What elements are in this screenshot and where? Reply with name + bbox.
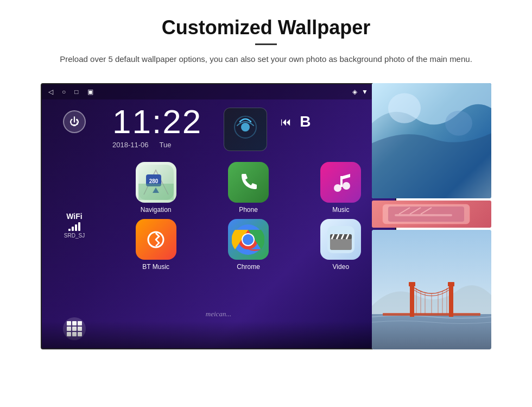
wallpaper-previews bbox=[372, 83, 491, 349]
wifi-widget-icon bbox=[232, 114, 259, 146]
svg-rect-37 bbox=[448, 282, 454, 286]
location-icon: ◈ bbox=[352, 88, 357, 96]
clock-area: 11:22 2018-11-06 Tue bbox=[107, 105, 390, 151]
page-wrapper: Customized Wallpaper Preload over 5 defa… bbox=[0, 0, 532, 407]
bottom-overlay bbox=[42, 321, 396, 348]
svg-rect-35 bbox=[449, 284, 453, 317]
wallpaper-preview-glacier bbox=[372, 83, 491, 198]
title-section: Customized Wallpaper Preload over 5 defa… bbox=[60, 16, 472, 78]
bt-music-app-icon bbox=[136, 219, 176, 260]
music-app-label: Music bbox=[332, 206, 349, 214]
clock-day-value: Tue bbox=[160, 141, 172, 149]
watermark: meican... bbox=[206, 310, 231, 318]
svg-point-7 bbox=[334, 184, 341, 192]
svg-rect-33 bbox=[372, 314, 491, 349]
power-icon: ⏻ bbox=[69, 116, 79, 128]
home-icon: ○ bbox=[62, 88, 66, 96]
media-controls: ⏮ B bbox=[281, 113, 311, 130]
app-item-navigation[interactable]: 280 Navigation bbox=[112, 162, 199, 214]
clock-date: 2018-11-06 Tue bbox=[112, 141, 202, 149]
clock-block: 11:22 2018-11-06 Tue bbox=[112, 105, 202, 149]
wifi-widget bbox=[224, 108, 267, 151]
app-item-video[interactable]: Video bbox=[297, 219, 384, 271]
svg-text:280: 280 bbox=[149, 178, 158, 184]
svg-rect-6 bbox=[138, 184, 174, 200]
power-button[interactable]: ⏻ bbox=[63, 110, 86, 133]
video-app-icon bbox=[320, 219, 361, 260]
navigation-app-label: Navigation bbox=[141, 206, 172, 214]
svg-rect-36 bbox=[409, 282, 415, 286]
android-screen: ◁ ○ □ ▣ ◈ ▼ 11:22 ⏻ bbox=[41, 83, 396, 349]
back-icon: ◁ bbox=[48, 88, 53, 96]
wifi-bar-4 bbox=[78, 222, 80, 231]
wifi-label: WiFi bbox=[64, 212, 85, 221]
screenshot-icon: ▣ bbox=[87, 88, 93, 96]
bridge-scene bbox=[372, 230, 491, 349]
page-title: Customized Wallpaper bbox=[60, 16, 472, 39]
status-left: ◁ ○ □ ▣ bbox=[48, 88, 93, 96]
clock-date-value: 2018-11-06 bbox=[112, 141, 149, 149]
app-item-phone[interactable]: Phone bbox=[205, 162, 292, 214]
svg-point-15 bbox=[243, 234, 254, 245]
page-subtitle: Preload over 5 default wallpaper options… bbox=[60, 53, 472, 66]
svg-point-25 bbox=[445, 111, 472, 136]
svg-point-8 bbox=[343, 182, 350, 190]
svg-rect-45 bbox=[383, 313, 480, 316]
media-area: ⏮ B bbox=[281, 110, 311, 130]
wifi-ssid: SRD_SJ bbox=[64, 233, 85, 239]
svg-rect-34 bbox=[410, 284, 414, 317]
music-app-icon bbox=[320, 162, 361, 203]
widget-area bbox=[224, 108, 267, 151]
svg-point-1 bbox=[241, 123, 250, 132]
prev-track-icon[interactable]: ⏮ bbox=[281, 116, 292, 128]
app-grid: 280 Navigation bbox=[107, 162, 390, 271]
video-app-label: Video bbox=[333, 263, 349, 271]
wifi-bar-3 bbox=[75, 224, 77, 231]
wallpaper-preview-bridge bbox=[372, 230, 491, 349]
wifi-bar-2 bbox=[72, 227, 74, 231]
wifi-status-icon: ▼ bbox=[362, 88, 368, 96]
navigation-app-icon: 280 bbox=[136, 162, 176, 203]
app-item-bt-music[interactable]: BT Music bbox=[112, 219, 199, 271]
svg-rect-31 bbox=[395, 214, 452, 216]
phone-app-label: Phone bbox=[239, 206, 258, 214]
chrome-app-icon bbox=[228, 219, 269, 260]
app-item-chrome[interactable]: Chrome bbox=[205, 219, 292, 271]
bluetooth-letter: B bbox=[300, 113, 311, 130]
left-sidebar: ⏻ WiFi SRD_SJ bbox=[42, 99, 107, 348]
svg-point-24 bbox=[388, 93, 421, 123]
title-divider bbox=[255, 43, 277, 45]
status-bar: ◁ ○ □ ▣ ◈ ▼ 11:22 bbox=[42, 84, 395, 99]
wifi-section: WiFi SRD_SJ bbox=[64, 212, 85, 239]
bt-music-app-label: BT Music bbox=[142, 263, 169, 271]
wifi-bars bbox=[64, 222, 85, 231]
wallpaper-preview-device bbox=[372, 201, 491, 228]
app-item-music[interactable]: Music bbox=[297, 162, 384, 214]
svg-rect-9 bbox=[340, 176, 343, 187]
svg-marker-10 bbox=[343, 174, 350, 179]
recents-icon: □ bbox=[74, 88, 78, 96]
screen-wrapper: ◁ ○ □ ▣ ◈ ▼ 11:22 ⏻ bbox=[41, 83, 491, 349]
phone-app-icon bbox=[228, 162, 269, 203]
clock-time: 11:22 bbox=[112, 105, 202, 139]
wifi-bar-1 bbox=[68, 229, 71, 231]
main-area: 11:22 2018-11-06 Tue bbox=[107, 99, 395, 348]
chrome-app-label: Chrome bbox=[237, 263, 260, 271]
